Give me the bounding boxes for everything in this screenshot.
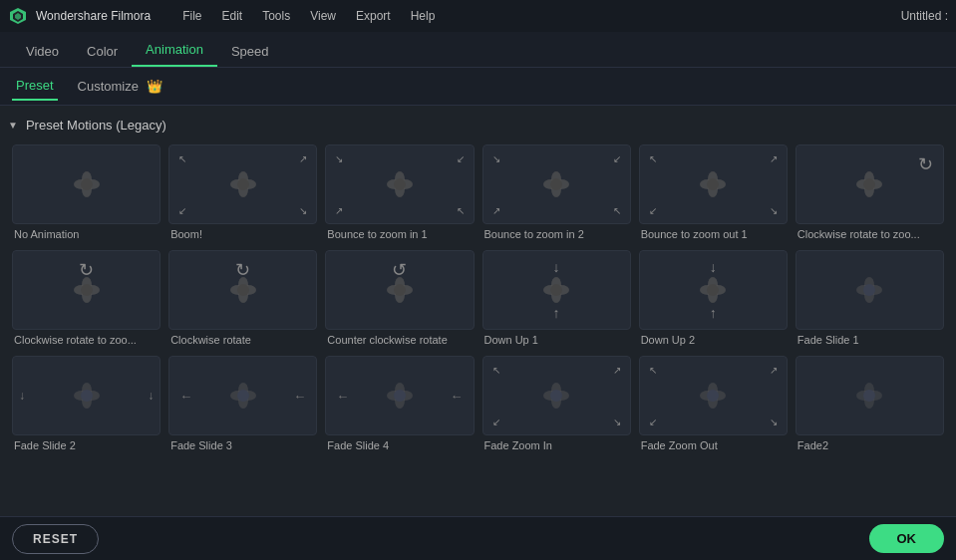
anim-label: Fade Slide 3 [168,435,317,453]
arrow-tr: ↗ [767,151,781,165]
anim-fade-zoom-in[interactable]: ↖ ↗ ↙ ↘ Fade Zoom In [482,356,631,453]
anim-label: Fade Zoom Out [639,435,788,453]
section-toggle-icon[interactable]: ▼ [8,120,18,131]
anim-no-animation[interactable]: No Animation [12,144,160,242]
main-content: ▼ Preset Motions (Legacy) No Animation ↖ [0,106,956,516]
menu-edit[interactable]: Edit [214,5,251,27]
tab-animation[interactable]: Animation [132,34,217,67]
arrow-tr: ↗ [610,363,624,377]
anim-label: Bounce to zoom out 1 [639,224,788,242]
reset-button[interactable]: RESET [12,524,99,554]
subtab-bar: Preset Customize 👑 [0,68,956,106]
tab-bar: Video Color Animation Speed [0,32,956,68]
arrow-tl: ↘ [489,151,503,165]
arrow-bl: ↙ [489,415,503,428]
anim-clockwise-rotate-zoom2[interactable]: ↻ Clockwise rotate to zoo... [12,250,160,348]
section-title: Preset Motions (Legacy) [26,118,166,133]
tab-color[interactable]: Color [73,36,132,67]
menu-export[interactable]: Export [348,5,399,27]
anim-fade-zoom-out[interactable]: ↖ ↗ ↙ ↘ Fade Zoom Out [639,356,788,453]
menu-help[interactable]: Help [403,5,444,27]
anim-label: Bounce to zoom in 2 [482,224,631,242]
anim-label: Down Up 1 [482,330,631,348]
ok-button[interactable]: OK [869,524,945,553]
anim-label: Fade Slide 1 [796,330,944,348]
anim-label: No Animation [12,224,160,242]
menu-view[interactable]: View [302,5,344,27]
window-title: Untitled : [901,9,948,23]
anim-bounce-zoom-in-2[interactable]: ↘ ↙ ↗ ↖ Bounce to zoom in 2 [482,144,631,242]
anim-down-up-1[interactable]: ↓ ↑ Down Up 1 [482,250,631,348]
bottom-bar: RESET OK [0,516,956,560]
arrow-bl: ↙ [646,415,660,428]
titlebar: Wondershare Filmora File Edit Tools View… [0,0,956,32]
anim-label: Bounce to zoom in 1 [325,224,474,242]
anim-bounce-zoom-in-1[interactable]: ↘ ↙ ↗ ↖ Bounce to zoom in 1 [325,144,474,242]
anim-fade-slide-3[interactable]: ← ← Fade Slide 3 [168,356,317,453]
crown-icon: 👑 [147,79,162,94]
anim-fade-slide-2[interactable]: ↓ ↓ Fade Slide 2 [12,356,160,453]
anim-label: Clockwise rotate to zoo... [796,224,944,242]
section-header: ▼ Preset Motions (Legacy) [8,118,948,133]
anim-clockwise-rotate[interactable]: ↻ Clockwise rotate [168,250,317,348]
arrow-br: ↘ [767,415,781,428]
anim-label: Boom! [168,224,317,242]
arrow-tl: ↖ [646,151,660,165]
svg-point-7 [81,178,93,190]
anim-fade2[interactable]: Fade2 [796,356,944,453]
flower-icon [850,271,888,309]
arrow-br: ↘ [767,203,781,217]
arrow-tr: ↙ [454,151,468,165]
svg-point-62 [863,284,875,296]
anim-fade-slide-1[interactable]: Fade Slide 1 [796,250,944,348]
arrow-br: ↘ [610,415,624,428]
menu-tools[interactable]: Tools [254,5,298,27]
anim-label: Fade Slide 4 [325,435,474,453]
anim-label: Clockwise rotate to zoo... [12,330,160,348]
anim-label: Counter clockwise rotate [325,330,474,348]
anim-label: Fade2 [796,435,944,453]
menu-file[interactable]: File [174,5,209,27]
menu-bar: File Edit Tools View Export Help [174,5,443,27]
app-logo [8,6,28,26]
arrow-br: ↘ [296,203,310,217]
anim-down-up-2[interactable]: ↓ ↑ Down Up 2 [639,250,788,348]
flower-icon [850,377,888,415]
anim-bounce-zoom-out-1[interactable]: ↖ ↗ ↙ ↘ Bounce to zoom out 1 [639,144,788,242]
app-name: Wondershare Filmora [36,9,151,23]
anim-clockwise-rotate-zoom[interactable]: ↻ Clockwise rotate to zoo... [796,144,944,242]
subtab-customize[interactable]: Customize 👑 [74,73,166,100]
arrow-br: ↖ [610,203,624,217]
arrow-tl: ↘ [332,151,346,165]
tab-video[interactable]: Video [12,36,73,67]
arrow-tl: ↖ [489,363,503,377]
tab-speed[interactable]: Speed [217,36,283,67]
anim-counter-clockwise[interactable]: ↺ Counter clockwise rotate [325,250,474,348]
anim-boom[interactable]: ↖ ↗ ↙ ↘ Boom! [168,144,317,242]
subtab-preset[interactable]: Preset [12,72,58,101]
animation-grid: No Animation ↖ ↗ ↙ ↘ Boom! [8,144,948,453]
anim-label: Fade Zoom In [482,435,631,453]
arrow-tr: ↗ [296,151,310,165]
flower-icon [68,165,106,203]
arrow-tl: ↖ [175,151,189,165]
anim-label: Fade Slide 2 [12,435,160,453]
svg-point-92 [863,390,875,402]
arrow-tr: ↗ [767,363,781,377]
arrow-tr: ↙ [610,151,624,165]
anim-fade-slide-4[interactable]: ← ← Fade Slide 4 [325,356,474,453]
arrow-bl: ↗ [332,203,346,217]
arrow-bl: ↙ [646,203,660,217]
arrow-bl: ↗ [489,203,503,217]
arrow-tl: ↖ [646,363,660,377]
anim-label: Clockwise rotate [168,330,317,348]
arrow-br: ↖ [454,203,468,217]
anim-label: Down Up 2 [639,330,788,348]
arrow-bl: ↙ [175,203,189,217]
